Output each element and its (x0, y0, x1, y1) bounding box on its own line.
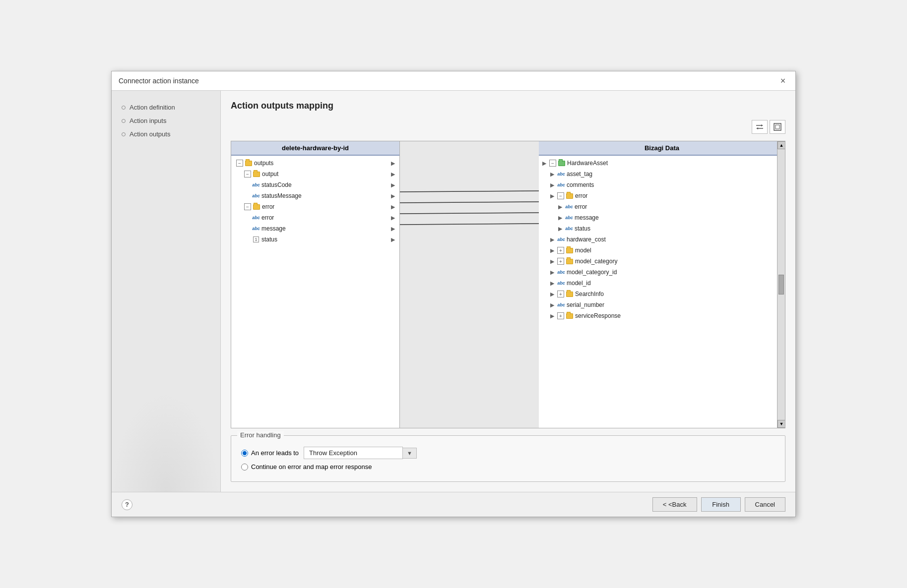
radio-error-leads[interactable] (241, 450, 248, 457)
label-status-right: status (575, 225, 782, 232)
left-arrow-searchinfo: ▶ (549, 291, 556, 297)
toolbar-btn-view[interactable] (770, 120, 785, 134)
label-searchinfo: SearchInfo (575, 291, 782, 297)
scroll-thumb[interactable] (778, 275, 784, 294)
sidebar-label-action-inputs: Action inputs (130, 117, 166, 124)
sidebar-item-action-outputs[interactable]: Action outputs (120, 127, 212, 141)
arrow-statusmessage: ▶ (389, 192, 396, 199)
label-error-group: error (262, 203, 389, 210)
tree-row-message-right[interactable]: ▶ abc message (539, 212, 785, 223)
label-serial-number: serial_number (567, 301, 782, 308)
sidebar-item-action-inputs[interactable]: Action inputs (120, 114, 212, 127)
folder-icon-serviceresponse (566, 312, 574, 320)
tree-row-model-category[interactable]: ▶ + model_category (539, 256, 785, 267)
expand-outputs[interactable]: − (236, 160, 243, 167)
tree-row-hardware-cost[interactable]: ▶ abc hardware_cost (539, 234, 785, 245)
error-row-1: An error leads to Throw Exception ▼ (241, 447, 775, 459)
radio-label-error-leads[interactable]: An error leads to (241, 449, 299, 457)
left-panel-header: delete-hardware-by-id (231, 141, 399, 156)
tree-row-comments[interactable]: ▶ abc comments (539, 179, 785, 190)
svg-marker-3 (756, 127, 758, 129)
tree-row-hardwareasset[interactable]: ▶ − HardwareAsset (539, 158, 785, 169)
scroll-up-btn[interactable]: ▲ (777, 141, 785, 149)
expand-output[interactable]: − (244, 171, 251, 177)
left-arrow-status-right: ▶ (557, 225, 564, 232)
arrow-output: ▶ (389, 171, 396, 177)
svg-rect-4 (774, 123, 781, 130)
tree-row-message-field[interactable]: abc message ▶ (231, 223, 399, 234)
tree-row-searchinfo[interactable]: ▶ + SearchInfo (539, 289, 785, 299)
expand-hardwareasset[interactable]: − (549, 160, 556, 167)
abc-icon-serial-number: abc (557, 301, 565, 309)
tree-row-error-field-right[interactable]: ▶ abc error (539, 201, 785, 212)
lines-area (400, 141, 539, 428)
left-arrow-error-field-right: ▶ (557, 203, 564, 210)
sidebar-dot-1 (122, 106, 126, 110)
radio-continue[interactable] (241, 464, 248, 470)
folder-icon-outputs (245, 159, 253, 167)
content-area: Action definition Action inputs Action o… (112, 91, 795, 492)
error-legend: Error handling (237, 431, 284, 439)
expand-serviceresponse[interactable]: + (557, 312, 564, 319)
help-button[interactable]: ? (122, 499, 132, 510)
tree-row-serviceresponse[interactable]: ▶ + serviceResponse (539, 310, 785, 321)
page-title: Action outputs mapping (231, 101, 785, 111)
footer: ? < <Back Finish Cancel (112, 492, 795, 517)
tree-row-statuscode[interactable]: abc statusCode ▶ (231, 179, 399, 190)
tree-row-status-field[interactable]: 1 status ▶ (231, 234, 399, 245)
left-arrow-model: ▶ (549, 247, 556, 254)
mapping-scrollbar: ▲ ▼ (777, 141, 785, 428)
expand-model[interactable]: + (557, 247, 564, 254)
arrow-status-field: ▶ (389, 236, 396, 243)
abc-icon-statusmessage: abc (252, 192, 260, 200)
label-error-field-right: error (575, 203, 782, 210)
abc-icon-status-right: abc (565, 225, 573, 233)
tree-row-output[interactable]: − output ▶ (231, 169, 399, 179)
expand-error-group[interactable]: − (244, 203, 251, 210)
abc-icon-model-id: abc (557, 279, 565, 287)
expand-error-right[interactable]: − (557, 192, 564, 199)
svg-line-8 (400, 213, 539, 214)
label-status-field: status (261, 236, 389, 243)
dropdown-value[interactable]: Throw Exception (304, 447, 403, 459)
left-arrow-model-id: ▶ (549, 280, 556, 287)
main-area: Action outputs mapping (221, 91, 795, 492)
arrow-statuscode: ▶ (389, 181, 396, 188)
close-button[interactable]: × (777, 75, 788, 86)
radio-label-continue[interactable]: Continue on error and map error response (241, 463, 372, 470)
abc-icon-model-category-id: abc (557, 268, 565, 276)
sidebar-dot-3 (122, 132, 126, 136)
folder-icon-model-category (566, 257, 574, 265)
sidebar-item-action-definition[interactable]: Action definition (120, 101, 212, 114)
tree-row-model[interactable]: ▶ + model (539, 245, 785, 256)
abc-icon-message-right: abc (565, 214, 573, 222)
label-model-id: model_id (567, 280, 782, 287)
back-button[interactable]: < <Back (652, 497, 697, 512)
label-error-right: error (575, 192, 782, 199)
abc-icon-error-field: abc (252, 214, 260, 222)
expand-model-category[interactable]: + (557, 258, 564, 265)
label-asset-tag: asset_tag (567, 171, 782, 177)
dropdown-arrow[interactable]: ▼ (403, 448, 417, 459)
footer-left: ? (122, 499, 132, 510)
tree-row-error-field[interactable]: abc error ▶ (231, 212, 399, 223)
tree-row-serial-number[interactable]: ▶ abc serial_number (539, 299, 785, 310)
tree-row-statusmessage[interactable]: abc statusMessage ▶ (231, 190, 399, 201)
tree-row-model-id[interactable]: ▶ abc model_id (539, 278, 785, 289)
folder-icon-error (253, 203, 260, 211)
tree-row-asset-tag[interactable]: ▶ abc asset_tag (539, 169, 785, 179)
radio-text-error-leads: An error leads to (251, 449, 299, 457)
scroll-down-btn[interactable]: ▼ (777, 420, 785, 428)
finish-button[interactable]: Finish (701, 497, 741, 512)
tree-row-status-right[interactable]: ▶ abc status (539, 223, 785, 234)
tree-row-model-category-id[interactable]: ▶ abc model_category_id (539, 267, 785, 278)
tree-row-error-group[interactable]: − error ▶ (231, 201, 399, 212)
cancel-button[interactable]: Cancel (745, 497, 785, 512)
abc-icon-statuscode: abc (252, 181, 260, 189)
tree-row-outputs[interactable]: − outputs ▶ (231, 158, 399, 169)
mapping-area: delete-hardware-by-id − outputs ▶ (231, 141, 785, 428)
expand-searchinfo[interactable]: + (557, 291, 564, 297)
toolbar-btn-map[interactable] (752, 120, 768, 134)
left-arrow-error-right: ▶ (549, 192, 556, 199)
tree-row-error-right[interactable]: ▶ − error (539, 190, 785, 201)
